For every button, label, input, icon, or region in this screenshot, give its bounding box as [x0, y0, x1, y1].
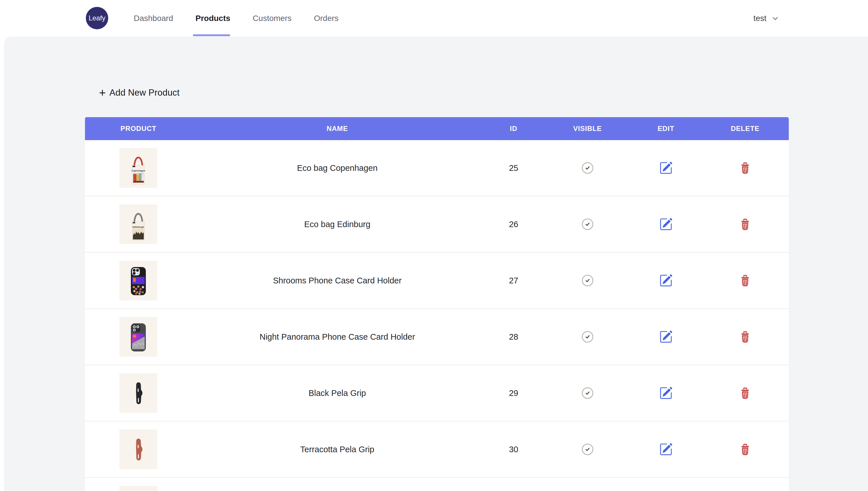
- product-name: Shrooms Phone Case Card Holder: [192, 253, 483, 308]
- column-header-product: PRODUCT: [85, 117, 192, 140]
- table-row: Shrooms Phone Case Card Holder 27: [85, 253, 789, 309]
- nav-item-customers[interactable]: Customers: [252, 14, 291, 23]
- edit-pencil-icon: [659, 443, 672, 456]
- products-table: PRODUCT NAME ID VISIBLE EDIT DELETE Cope…: [85, 117, 789, 491]
- product-image-partial: [119, 486, 157, 491]
- trash-icon: [740, 443, 751, 456]
- delete-button[interactable]: [740, 443, 751, 456]
- visible-check-icon[interactable]: [582, 162, 593, 174]
- delete-button[interactable]: [740, 162, 751, 174]
- delete-button[interactable]: [740, 218, 751, 231]
- product-name: Eco bag Edinburg: [192, 196, 483, 252]
- logo-text: Leafy: [89, 14, 106, 22]
- product-id: 26: [482, 196, 544, 252]
- chevron-down-icon: [771, 14, 780, 23]
- product-name: Eco bag Copenhagen: [192, 140, 483, 196]
- user-menu[interactable]: test: [753, 0, 780, 36]
- visible-check-icon[interactable]: [582, 387, 593, 399]
- table-header: PRODUCT NAME ID VISIBLE EDIT DELETE: [85, 117, 789, 140]
- product-image-eco-bag-edinburg: Edinburgh: [119, 204, 157, 244]
- column-header-name: NAME: [192, 117, 483, 140]
- visible-check-icon[interactable]: [582, 275, 593, 286]
- product-image-night-panorama-phone-case: [119, 317, 157, 357]
- table-row: Edinburgh Eco bag Edinburg 26: [85, 196, 789, 253]
- product-name: Black Pela Grip: [192, 365, 483, 421]
- add-new-product-label: Add New Product: [109, 88, 179, 98]
- product-image-eco-bag-copenhagen: Copenhagen: [119, 148, 157, 188]
- trash-icon: [740, 218, 751, 231]
- product-name: Night Panorama Phone Case Card Holder: [192, 309, 483, 365]
- screen: Leafy Dashboard Products Customers Order…: [0, 0, 868, 491]
- logo[interactable]: Leafy: [86, 7, 108, 29]
- nav-item-dashboard[interactable]: Dashboard: [134, 14, 173, 23]
- user-menu-label: test: [753, 14, 767, 23]
- edit-pencil-icon: [659, 218, 672, 231]
- table-row: Black Pela Grip 29: [85, 365, 789, 422]
- edit-button[interactable]: [659, 218, 672, 231]
- nav-items: Dashboard Products Customers Orders: [134, 0, 338, 36]
- nav-item-products[interactable]: Products: [196, 14, 230, 23]
- edit-pencil-icon: [659, 162, 672, 175]
- visible-check-icon[interactable]: [582, 444, 593, 455]
- trash-icon: [740, 387, 751, 399]
- table-row: Copenhagen Eco bag Copenhagen 25: [85, 140, 789, 196]
- visible-check-icon[interactable]: [582, 219, 593, 230]
- product-name: Terracotta Pela Grip: [192, 422, 483, 477]
- edit-pencil-icon: [659, 274, 672, 287]
- delete-button[interactable]: [740, 387, 751, 399]
- column-header-visible: VISIBLE: [544, 117, 630, 140]
- add-new-product-button[interactable]: + Add New Product: [99, 87, 180, 98]
- product-image-terracotta-pela-grip: [119, 430, 157, 469]
- product-id: 27: [482, 253, 544, 308]
- table-row-partial: [85, 478, 789, 491]
- trash-icon: [740, 162, 751, 174]
- product-id: 30: [482, 422, 544, 477]
- nav-item-orders[interactable]: Orders: [314, 14, 339, 23]
- edit-pencil-icon: [659, 330, 672, 343]
- product-id: 25: [482, 140, 544, 196]
- product-id: 29: [482, 365, 544, 421]
- edit-button[interactable]: [659, 274, 672, 287]
- trash-icon: [740, 275, 751, 287]
- column-header-edit: EDIT: [630, 117, 701, 140]
- svg-text:Edinburgh: Edinburgh: [132, 226, 144, 228]
- top-nav-bar: Leafy Dashboard Products Customers Order…: [0, 0, 868, 36]
- trash-icon: [740, 331, 751, 343]
- edit-button[interactable]: [659, 443, 672, 456]
- edit-button[interactable]: [659, 162, 672, 175]
- product-image-black-pela-grip: [119, 373, 157, 413]
- table-row: Night Panorama Phone Case Card Holder 28: [85, 309, 789, 365]
- edit-pencil-icon: [659, 386, 672, 400]
- column-header-id: ID: [482, 117, 544, 140]
- delete-button[interactable]: [740, 275, 751, 287]
- column-header-delete: DELETE: [701, 117, 789, 140]
- product-id: 28: [482, 309, 544, 365]
- plus-icon: +: [99, 87, 106, 98]
- visible-check-icon[interactable]: [582, 331, 593, 343]
- edit-button[interactable]: [659, 386, 672, 400]
- delete-button[interactable]: [740, 331, 751, 343]
- active-tab-underline: [193, 34, 230, 36]
- product-image-shrooms-phone-case: [119, 261, 157, 300]
- edit-button[interactable]: [659, 330, 672, 343]
- svg-text:Copenhagen: Copenhagen: [131, 169, 146, 172]
- table-row: Terracotta Pela Grip 30: [85, 422, 789, 478]
